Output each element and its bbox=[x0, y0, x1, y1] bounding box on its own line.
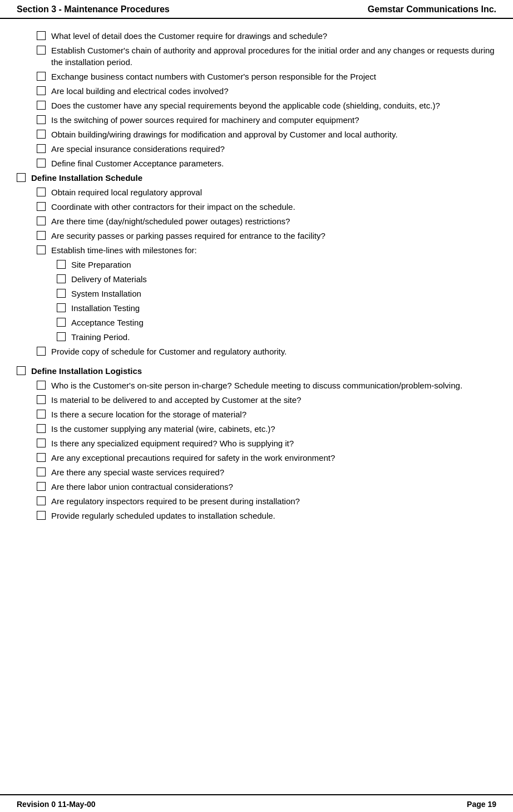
checkbox-icon bbox=[37, 347, 46, 356]
list-item: What level of detail does the Customer r… bbox=[17, 30, 496, 42]
list-item: Provide copy of schedule for Customer an… bbox=[37, 346, 496, 357]
item-text: Does the customer have any special requi… bbox=[51, 100, 496, 111]
header-section-title: Section 3 - Maintenance Procedures bbox=[17, 4, 170, 14]
list-item: Is the customer supplying any material (… bbox=[37, 423, 496, 435]
checkbox-icon bbox=[57, 260, 66, 269]
page-header: Section 3 - Maintenance Procedures Gemst… bbox=[0, 0, 513, 19]
footer-revision: Revision 0 11-May-00 bbox=[17, 800, 96, 809]
footer-page: Page 19 bbox=[467, 800, 496, 809]
list-item: Installation Testing bbox=[57, 302, 496, 314]
list-item: Establish time-lines with milestones for… bbox=[37, 244, 496, 256]
item-text: Is there any specialized equipment requi… bbox=[51, 437, 496, 449]
list-item: Are there time (day/night/scheduled powe… bbox=[37, 215, 496, 227]
checkbox-icon bbox=[37, 467, 46, 476]
item-text: Obtain building/wiring drawings for modi… bbox=[51, 129, 496, 140]
item-text: Are any exceptional precautions required… bbox=[51, 452, 496, 464]
item-text: Is the switching of power sources requir… bbox=[51, 114, 496, 126]
list-item: Is there a secure location for the stora… bbox=[37, 409, 496, 420]
item-text: Exchange business contact numbers with C… bbox=[51, 71, 496, 82]
list-item: Who is the Customer's on-site person in-… bbox=[37, 380, 496, 391]
section-logistics: Define Installation Logistics Who is the… bbox=[17, 365, 496, 521]
item-text: System Installation bbox=[71, 288, 496, 299]
checkbox-icon bbox=[37, 395, 46, 404]
item-text: Are local building and electrical codes … bbox=[51, 85, 496, 97]
checkbox-icon bbox=[37, 86, 46, 95]
list-item: Delivery of Materials bbox=[57, 273, 496, 285]
checkbox-icon bbox=[37, 245, 46, 254]
item-text: Is the customer supplying any material (… bbox=[51, 423, 496, 435]
list-item: Are special insurance considerations req… bbox=[17, 143, 496, 155]
item-text: Define final Customer Acceptance paramet… bbox=[51, 158, 496, 169]
schedule-sub-items: Obtain required local regulatory approva… bbox=[17, 186, 496, 242]
list-item: Are local building and electrical codes … bbox=[17, 85, 496, 97]
milestones-list: Site PreparationDelivery of MaterialsSys… bbox=[17, 259, 496, 343]
item-text: Are security passes or parking passes re… bbox=[51, 230, 496, 242]
list-item: Are there labor union contractual consid… bbox=[37, 481, 496, 493]
item-text: Are there labor union contractual consid… bbox=[51, 481, 496, 493]
item-text: Are regulatory inspectors required to be… bbox=[51, 495, 496, 507]
list-item: Define Installation Schedule bbox=[17, 172, 496, 184]
list-item: Is material to be delivered to and accep… bbox=[37, 394, 496, 406]
checkbox-icon bbox=[17, 366, 26, 375]
checkbox-icon bbox=[57, 303, 66, 312]
list-item: Define final Customer Acceptance paramet… bbox=[17, 158, 496, 169]
checkbox-icon bbox=[37, 115, 46, 124]
item-text: Site Preparation bbox=[71, 259, 496, 270]
list-item: Are any exceptional precautions required… bbox=[37, 452, 496, 464]
checkbox-icon bbox=[57, 318, 66, 327]
schedule-last-item-text: Provide copy of schedule for Customer an… bbox=[51, 346, 496, 357]
item-text: Is there a secure location for the stora… bbox=[51, 409, 496, 420]
list-item: Is there any specialized equipment requi… bbox=[37, 437, 496, 449]
item-text: Are there time (day/night/scheduled powe… bbox=[51, 215, 496, 227]
item-text: Are special insurance considerations req… bbox=[51, 143, 496, 155]
milestones-intro-list: Establish time-lines with milestones for… bbox=[17, 244, 496, 256]
checkbox-icon bbox=[57, 289, 66, 298]
list-item: Are there any special waste services req… bbox=[37, 466, 496, 478]
list-item: Training Period. bbox=[57, 331, 496, 343]
list-item: Establish Customer's chain of authority … bbox=[17, 45, 496, 68]
checkbox-icon bbox=[37, 231, 46, 240]
list-item: Acceptance Testing bbox=[57, 317, 496, 328]
list-item: Coordinate with other contractors for th… bbox=[37, 201, 496, 213]
checkbox-icon bbox=[37, 511, 46, 520]
checkbox-icon bbox=[57, 332, 66, 341]
checkbox-icon bbox=[37, 439, 46, 447]
top-checklist: What level of detail does the Customer r… bbox=[17, 30, 496, 169]
checkbox-icon bbox=[37, 144, 46, 153]
checkbox-icon bbox=[37, 410, 46, 419]
checkbox-icon bbox=[37, 130, 46, 139]
logistics-sub-items: Who is the Customer's on-site person in-… bbox=[17, 380, 496, 521]
item-text: Are there any special waste services req… bbox=[51, 466, 496, 478]
item-text: Coordinate with other contractors for th… bbox=[51, 201, 496, 213]
checkbox-icon bbox=[57, 274, 66, 283]
item-text: Training Period. bbox=[71, 331, 496, 343]
item-text: What level of detail does the Customer r… bbox=[51, 30, 496, 42]
checkbox-icon bbox=[17, 173, 26, 182]
checkbox-icon bbox=[37, 46, 46, 55]
list-item: Exchange business contact numbers with C… bbox=[17, 71, 496, 82]
item-text: Establish Customer's chain of authority … bbox=[51, 45, 496, 68]
list-item: Are security passes or parking passes re… bbox=[37, 230, 496, 242]
list-item: Site Preparation bbox=[57, 259, 496, 270]
checkbox-icon bbox=[37, 188, 46, 196]
item-text: Delivery of Materials bbox=[71, 273, 496, 285]
list-item: Obtain building/wiring drawings for modi… bbox=[17, 129, 496, 140]
main-content: What level of detail does the Customer r… bbox=[0, 19, 513, 794]
checkbox-icon bbox=[37, 453, 46, 462]
checkbox-icon bbox=[37, 424, 46, 433]
list-item: Provide regularly scheduled updates to i… bbox=[37, 510, 496, 521]
section-logistics-header-list: Define Installation Logistics bbox=[17, 365, 496, 377]
item-text: Is material to be delivered to and accep… bbox=[51, 394, 496, 406]
item-text: Acceptance Testing bbox=[71, 317, 496, 328]
checkbox-icon bbox=[37, 381, 46, 390]
checkbox-icon bbox=[37, 216, 46, 225]
section-logistics-title: Define Installation Logistics bbox=[31, 365, 496, 377]
list-item: Is the switching of power sources requir… bbox=[17, 114, 496, 126]
list-item: Obtain required local regulatory approva… bbox=[37, 186, 496, 198]
page: Section 3 - Maintenance Procedures Gemst… bbox=[0, 0, 513, 812]
section-schedule-header-list: Define Installation Schedule bbox=[17, 172, 496, 184]
list-item: System Installation bbox=[57, 288, 496, 299]
schedule-last-item-list: Provide copy of schedule for Customer an… bbox=[17, 346, 496, 357]
item-text: Who is the Customer's on-site person in-… bbox=[51, 380, 496, 391]
list-item: Define Installation Logistics bbox=[17, 365, 496, 377]
